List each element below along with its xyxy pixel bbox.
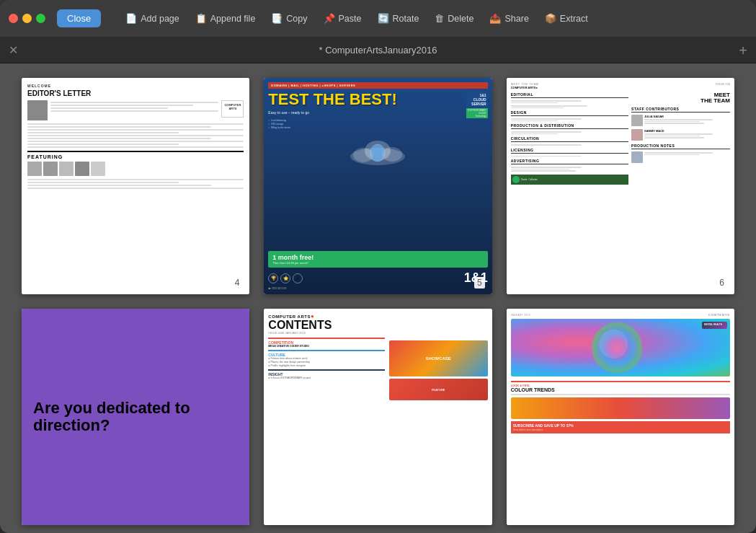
staff-line-2 bbox=[511, 102, 558, 104]
page5-offer-sub: Then from £4.99 per month* bbox=[272, 261, 483, 265]
page9-subscribe-title: SUBSCRIBE AND SAVE UP TO 57% bbox=[513, 423, 728, 428]
prod-line-2 bbox=[511, 133, 558, 135]
delete-icon: 🗑 bbox=[435, 13, 444, 24]
page9-top-row: JANUARY 2016 CONTENTS bbox=[511, 313, 730, 317]
page6-circulation-title: CIRCULATION bbox=[511, 136, 628, 142]
page6-info-2: SAMMY MACE bbox=[644, 129, 730, 139]
page8-image-col: SHOWCASE FEATURE bbox=[389, 338, 488, 400]
page6-person-2: SAMMY MACE bbox=[631, 129, 730, 141]
page5-content: DOMAINS | MAIL | HOSTING | eSHOPS | SERV… bbox=[264, 78, 492, 294]
copy-label: Copy bbox=[286, 14, 307, 24]
page4-body-2 bbox=[27, 126, 211, 128]
extract-icon: 📦 bbox=[545, 13, 556, 24]
adv-line-3 bbox=[511, 170, 576, 172]
maximize-traffic-light[interactable] bbox=[36, 14, 45, 23]
page4-body-5 bbox=[27, 135, 244, 136]
page9-content: JANUARY 2016 CONTENTS bbox=[507, 309, 734, 525]
pages-content[interactable]: WELCOME EDITOR'S LETTER COMPUTERARTS bbox=[0, 63, 756, 533]
page4-body-7 bbox=[27, 141, 244, 142]
page8-content: COMPUTER ARTS● CONTENTS ISSUE #249 JANUA… bbox=[264, 309, 492, 525]
extract-button[interactable]: 📦 Extract bbox=[538, 9, 595, 27]
p1-line-3 bbox=[644, 123, 704, 124]
page6-page-info: ISSUE 248 bbox=[716, 82, 730, 86]
page5-sub: Easy to use – ready to go bbox=[268, 110, 463, 115]
p2-line-1 bbox=[644, 133, 713, 135]
page6-person-1: JULIA SAGAR bbox=[631, 115, 730, 126]
staff-line-3 bbox=[511, 105, 587, 107]
page4-face-3 bbox=[59, 162, 74, 176]
add-page-label: Add page bbox=[141, 14, 179, 24]
page4-face-2 bbox=[43, 162, 58, 176]
p3-line-1 bbox=[644, 152, 713, 154]
page9-mental-health-box: MENTAL HEALTH bbox=[702, 322, 727, 329]
page-thumb-4[interactable]: WELCOME EDITOR'S LETTER COMPUTERARTS bbox=[22, 78, 249, 294]
paste-icon: 📌 bbox=[324, 13, 335, 24]
page8-bottom-image: FEATURE bbox=[389, 379, 488, 400]
page8-sections-col: COMPETITION MEGA CREATIVE CODER STUDIO C… bbox=[268, 338, 384, 400]
page8-comp-item: MEGA CREATIVE CODER STUDIO bbox=[268, 345, 384, 348]
page8-showcase-label: SHOWCASE bbox=[426, 356, 451, 361]
page-thumb-7[interactable]: Are you dedicated to direction? bbox=[22, 309, 249, 525]
svg-point-6 bbox=[599, 330, 628, 358]
append-file-label: Append file bbox=[210, 14, 256, 24]
rotate-button[interactable]: 🔄 Rotate bbox=[370, 9, 427, 27]
page6-meet-title: MEETTHE TEAM bbox=[631, 92, 730, 104]
page4-line-4 bbox=[50, 110, 218, 112]
page8-columns: COMPETITION MEGA CREATIVE CODER STUDIO C… bbox=[268, 338, 487, 400]
page-thumb-8[interactable]: COMPUTER ARTS● CONTENTS ISSUE #249 JANUA… bbox=[264, 309, 492, 525]
paste-button[interactable]: 📌 Paste bbox=[316, 9, 369, 27]
share-button[interactable]: 📤 Share bbox=[482, 9, 535, 27]
page6-editorial-title: EDITORIAL bbox=[511, 92, 628, 98]
main-window: Close 📄 Add page 📋 Append file 📑 Copy 📌 … bbox=[0, 0, 756, 533]
page7-ad-text: Are you dedicated to direction? bbox=[33, 400, 238, 434]
page9-trend-title: COLOUR TRENDS bbox=[511, 387, 730, 392]
page6-logo-text: COMPUTER ARTS● bbox=[511, 86, 716, 89]
share-label: Share bbox=[504, 14, 528, 24]
delete-button[interactable]: 🗑 Delete bbox=[427, 9, 481, 27]
close-traffic-light[interactable] bbox=[9, 14, 18, 23]
page8-culture-item-1: ● Feature item about creative work bbox=[268, 357, 384, 360]
share-icon: 📤 bbox=[489, 13, 501, 24]
page4-credit-2 bbox=[27, 182, 179, 183]
minimize-traffic-light[interactable] bbox=[22, 14, 32, 23]
page6-header: MEET THE TEAM COMPUTER ARTS● ISSUE 248 bbox=[511, 82, 730, 89]
tab-close-button[interactable]: ✕ bbox=[9, 43, 18, 57]
page8-competition-section: COMPETITION MEGA CREATIVE CODER STUDIO bbox=[268, 338, 384, 348]
page-thumb-9[interactable]: JANUARY 2016 CONTENTS bbox=[507, 309, 734, 525]
page4-line-1 bbox=[50, 102, 218, 103]
page9-mental-health-label: MENTAL HEALTH bbox=[704, 324, 725, 327]
page8-contents-title: CONTENTS bbox=[268, 320, 487, 331]
page6-production-title: PRODUCTION & DISTRIBUTION bbox=[511, 123, 628, 129]
tab-add-button[interactable]: + bbox=[739, 43, 747, 58]
page6-photo-2 bbox=[631, 129, 643, 141]
p2-line-2 bbox=[644, 136, 700, 137]
page4-featuring-title: FEATURING bbox=[27, 154, 244, 159]
page6-licensing-title: LICENSING bbox=[511, 148, 628, 154]
page8-insight-item-1: ● In focus: EXTRAORDINARY project bbox=[268, 376, 384, 379]
page6-advertising-title: ADVERTISING bbox=[511, 159, 628, 164]
page6-eco-text: Oracle bbox=[521, 178, 528, 181]
page6-meet-col: MEETTHE TEAM STAFF CONTRIBUTORS JULIA SA… bbox=[631, 92, 730, 185]
page4-featuring: FEATURING bbox=[27, 151, 244, 176]
paste-label: Paste bbox=[339, 14, 362, 24]
page-thumb-5[interactable]: DOMAINS | MAIL | HOSTING | eSHOPS | SERV… bbox=[264, 78, 492, 294]
svg-point-4 bbox=[370, 144, 385, 162]
page-thumb-6[interactable]: MEET THE TEAM COMPUTER ARTS● ISSUE 248 E… bbox=[507, 78, 734, 294]
add-page-icon: 📄 bbox=[125, 13, 137, 24]
page6-photo-1 bbox=[631, 115, 643, 126]
page6-eco-icon bbox=[512, 176, 520, 183]
copy-icon: 📑 bbox=[271, 13, 283, 24]
page5-headline: TEST THE BEST! bbox=[268, 92, 463, 107]
page4-face-5 bbox=[91, 162, 105, 176]
close-button[interactable]: Close bbox=[57, 9, 101, 27]
append-file-button[interactable]: 📋 Append file bbox=[188, 9, 263, 27]
page6-info-3 bbox=[644, 151, 730, 156]
copy-button[interactable]: 📑 Copy bbox=[264, 9, 314, 27]
page8-header: COMPUTER ARTS● CONTENTS ISSUE #249 JANUA… bbox=[268, 313, 487, 335]
p1-line-2 bbox=[644, 121, 700, 123]
p3-line-2 bbox=[644, 154, 700, 156]
staff-line-4 bbox=[511, 107, 564, 109]
staff-line-1 bbox=[511, 100, 582, 102]
add-page-button[interactable]: 📄 Add page bbox=[118, 9, 187, 27]
extract-label: Extract bbox=[560, 14, 588, 24]
